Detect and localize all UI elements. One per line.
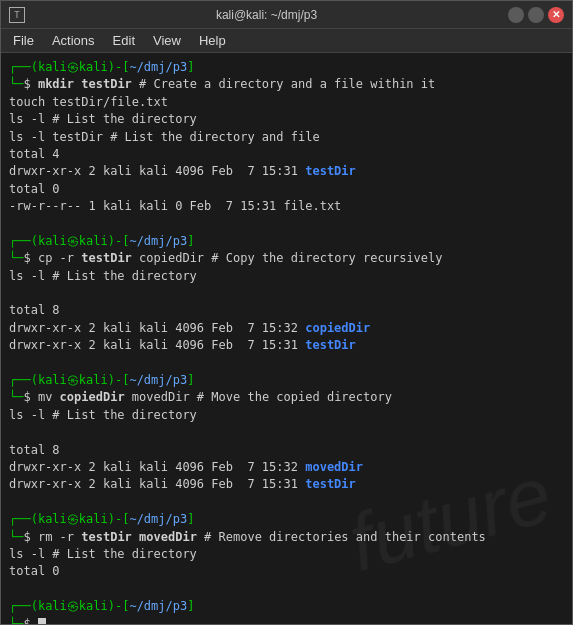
window-controls: ✕: [508, 7, 564, 23]
terminal-body[interactable]: ┌──(kali㉿kali)-[~/dmj/p3] └─$ mkdir test…: [1, 53, 572, 624]
out-total-8-1: total 8: [9, 302, 564, 319]
title-bar-left: T: [9, 7, 25, 23]
blank-2: [9, 285, 564, 302]
menu-bar: File Actions Edit View Help: [1, 29, 572, 53]
blank-3: [9, 355, 564, 372]
cmd-ls-1: ls -l # List the directory: [9, 111, 564, 128]
title-bar: T kali@kali: ~/dmj/p3 ✕: [1, 1, 572, 29]
out-total-8-2: total 8: [9, 442, 564, 459]
out-dir-moveddir: drwxr-xr-x 2 kali kali 4096 Feb 7 15:32 …: [9, 459, 564, 476]
menu-help[interactable]: Help: [191, 31, 234, 50]
cmd-line-rm: └─$ rm -r testDir movedDir # Remove dire…: [9, 529, 564, 546]
menu-edit[interactable]: Edit: [105, 31, 143, 50]
out-total-4: total 4: [9, 146, 564, 163]
menu-file[interactable]: File: [5, 31, 42, 50]
window-icon: T: [9, 7, 25, 23]
window-title: kali@kali: ~/dmj/p3: [216, 8, 317, 22]
prompt-line-3: ┌──(kali㉿kali)-[~/dmj/p3]: [9, 372, 564, 389]
minimize-button[interactable]: [508, 7, 524, 23]
close-button[interactable]: ✕: [548, 7, 564, 23]
blank-4: [9, 424, 564, 441]
out-total-0-2: total 0: [9, 563, 564, 580]
out-dir-copieddir: drwxr-xr-x 2 kali kali 4096 Feb 7 15:32 …: [9, 320, 564, 337]
final-prompt-dollar: └─$: [9, 616, 564, 625]
cmd-line-mkdir: └─$ mkdir testDir # Create a directory a…: [9, 76, 564, 93]
cmd-ls-2: ls -l testDir # List the directory and f…: [9, 129, 564, 146]
cmd-ls-3: ls -l # List the directory: [9, 268, 564, 285]
out-dir-testdir-3: drwxr-xr-x 2 kali kali 4096 Feb 7 15:31 …: [9, 476, 564, 493]
terminal-window: T kali@kali: ~/dmj/p3 ✕ File Actions Edi…: [0, 0, 573, 625]
blank-6: [9, 581, 564, 598]
blank-1: [9, 216, 564, 233]
cmd-line-mv: └─$ mv copiedDir movedDir # Move the cop…: [9, 389, 564, 406]
maximize-button[interactable]: [528, 7, 544, 23]
cmd-ls-5: ls -l # List the directory: [9, 546, 564, 563]
prompt-line-4: ┌──(kali㉿kali)-[~/dmj/p3]: [9, 511, 564, 528]
menu-actions[interactable]: Actions: [44, 31, 103, 50]
final-prompt-line: ┌──(kali㉿kali)-[~/dmj/p3]: [9, 598, 564, 615]
cmd-touch: touch testDir/file.txt: [9, 94, 564, 111]
out-total-0-1: total 0: [9, 181, 564, 198]
cmd-ls-4: ls -l # List the directory: [9, 407, 564, 424]
blank-5: [9, 494, 564, 511]
prompt-line-1: ┌──(kali㉿kali)-[~/dmj/p3]: [9, 59, 564, 76]
cmd-line-cp: └─$ cp -r testDir copiedDir # Copy the d…: [9, 250, 564, 267]
prompt-line-2: ┌──(kali㉿kali)-[~/dmj/p3]: [9, 233, 564, 250]
out-dir-testdir: drwxr-xr-x 2 kali kali 4096 Feb 7 15:31 …: [9, 163, 564, 180]
out-file-txt: -rw-r--r-- 1 kali kali 0 Feb 7 15:31 fil…: [9, 198, 564, 215]
menu-view[interactable]: View: [145, 31, 189, 50]
out-dir-testdir-2: drwxr-xr-x 2 kali kali 4096 Feb 7 15:31 …: [9, 337, 564, 354]
